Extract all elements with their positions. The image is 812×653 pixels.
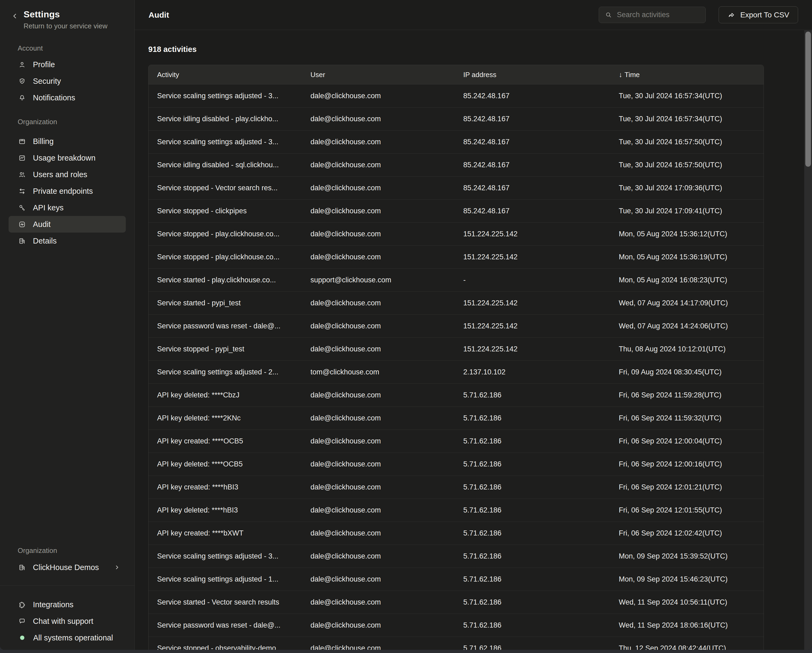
user-cell: dale@clickhouse.com — [310, 345, 463, 353]
ip-cell: 5.71.62.186 — [463, 506, 619, 514]
export-to-csv-button[interactable]: Export To CSV — [719, 6, 798, 23]
time-cell: Tue, 30 Jul 2024 17:09:36(UTC) — [619, 184, 763, 192]
sidebar-item-notifications[interactable]: Notifications — [9, 89, 126, 106]
ip-cell: 85.242.48.167 — [463, 92, 619, 100]
search-box[interactable] — [599, 7, 706, 23]
sidebar-item-billing[interactable]: Billing — [9, 133, 126, 150]
time-cell: Tue, 30 Jul 2024 16:57:34(UTC) — [619, 115, 763, 123]
sidebar-item-api-keys[interactable]: API keys — [9, 199, 126, 216]
table-row: Service started - pypi_testdale@clickhou… — [148, 291, 763, 314]
table-row: API key created: ****bXWTdale@clickhouse… — [148, 522, 763, 545]
user-cell: dale@clickhouse.com — [310, 414, 463, 422]
user-cell: dale@clickhouse.com — [310, 253, 463, 261]
ip-cell: 5.71.62.186 — [463, 391, 619, 399]
ip-cell: 85.242.48.167 — [463, 161, 619, 169]
user-cell: dale@clickhouse.com — [310, 552, 463, 560]
time-cell: Tue, 30 Jul 2024 16:57:50(UTC) — [619, 138, 763, 146]
time-cell: Tue, 30 Jul 2024 16:57:50(UTC) — [619, 161, 763, 169]
ip-cell: 85.242.48.167 — [463, 184, 619, 192]
search-input[interactable] — [617, 11, 700, 19]
ip-cell: 5.71.62.186 — [463, 598, 619, 606]
time-cell: Fri, 06 Sep 2024 12:01:21(UTC) — [619, 483, 763, 491]
sidebar-item-label: Users and roles — [33, 170, 87, 179]
activity-cell: Service scaling settings adjusted - 3... — [148, 138, 310, 146]
activity-cell: Service idling disabled - sql.clickhou..… — [148, 161, 310, 169]
column-header-time[interactable]: ↓ Time — [619, 71, 763, 79]
time-cell: Wed, 07 Aug 2024 14:17:09(UTC) — [619, 299, 763, 307]
puzzle-icon — [18, 601, 26, 609]
sidebar-item-users-and-roles[interactable]: Users and roles — [9, 166, 126, 183]
sidebar-item-label: Private endpoints — [33, 187, 93, 195]
column-header-ip[interactable]: IP address — [463, 71, 619, 79]
chevron-left-icon — [11, 12, 24, 20]
table-row: Service scaling settings adjusted - 2...… — [148, 360, 763, 383]
user-cell: tom@clickhouse.com — [310, 368, 463, 376]
time-cell: Mon, 09 Sep 2024 15:39:52(UTC) — [619, 552, 763, 560]
time-cell: Fri, 06 Sep 2024 12:01:55(UTC) — [619, 506, 763, 514]
ip-cell: 5.71.62.186 — [463, 552, 619, 560]
time-cell: Wed, 11 Sep 2024 10:56:11(UTC) — [619, 598, 763, 606]
ip-cell: 151.224.225.142 — [463, 299, 619, 307]
system-status-link[interactable]: All systems operational — [9, 629, 126, 646]
sidebar-item-private-endpoints[interactable]: Private endpoints — [9, 183, 126, 199]
sidebar-item-audit[interactable]: Audit — [9, 216, 126, 233]
activity-cell: Service stopped - pypi_test — [148, 345, 310, 353]
sidebar-header: Settings Return to your service view — [0, 0, 134, 30]
sidebar-item-security[interactable]: Security — [9, 73, 126, 89]
audit-table: Activity User IP address ↓ Time Service … — [148, 65, 764, 650]
audit-content: 918 activities Activity User IP address … — [134, 45, 812, 650]
column-header-activity[interactable]: Activity — [148, 71, 310, 79]
activity-cell: Service scaling settings adjusted - 1... — [148, 575, 310, 583]
user-cell: dale@clickhouse.com — [310, 483, 463, 491]
organization-switcher[interactable]: ClickHouse Demos — [9, 559, 126, 576]
table-row: Service password was reset - dale@...dal… — [148, 614, 763, 637]
ip-cell: 5.71.62.186 — [463, 575, 619, 583]
activity-cell: Service stopped - play.clickhouse.co... — [148, 230, 310, 238]
time-cell: Wed, 07 Aug 2024 14:24:06(UTC) — [619, 322, 763, 330]
sort-descending-icon: ↓ — [619, 71, 623, 79]
chat-with-support-link[interactable]: Chat with support — [9, 613, 126, 629]
sidebar-item-label: API keys — [33, 203, 63, 212]
ip-cell: 85.242.48.167 — [463, 115, 619, 123]
scrollbar-thumb[interactable] — [805, 32, 811, 167]
table-row: Service scaling settings adjusted - 3...… — [148, 84, 763, 107]
activity-cell: API key created: ****hBI3 — [148, 483, 310, 491]
table-row: Service stopped - Vector search res...da… — [148, 176, 763, 199]
activity-cell: Service idling disabled - play.clickho..… — [148, 115, 310, 123]
arrows-swap-icon — [18, 187, 26, 195]
table-row: Service stopped - play.clickhouse.co...d… — [148, 223, 763, 246]
back-button[interactable] — [11, 9, 24, 30]
ip-cell: 5.71.62.186 — [463, 437, 619, 446]
time-cell: Mon, 05 Aug 2024 15:36:12(UTC) — [619, 230, 763, 238]
ip-cell: 5.71.62.186 — [463, 529, 619, 537]
activity-cell: Service started - Vector search results — [148, 598, 310, 606]
sidebar-item-usage-breakdown[interactable]: Usage breakdown — [9, 150, 126, 166]
time-cell: Mon, 05 Aug 2024 15:36:19(UTC) — [619, 253, 763, 261]
key-icon — [18, 204, 26, 212]
user-cell: dale@clickhouse.com — [310, 460, 463, 468]
search-icon — [605, 11, 612, 18]
return-subtitle[interactable]: Return to your service view — [24, 22, 108, 30]
audit-main: Audit Export To CSV 918 activities Activ… — [134, 0, 812, 650]
chat-with-support-label: Chat with support — [33, 617, 93, 626]
vertical-scrollbar[interactable] — [804, 30, 812, 650]
ip-cell: 5.71.62.186 — [463, 621, 619, 629]
ip-cell: 5.71.62.186 — [463, 644, 619, 650]
time-cell: Fri, 06 Sep 2024 12:02:42(UTC) — [619, 529, 763, 537]
user-cell: dale@clickhouse.com — [310, 575, 463, 583]
activity-cell: API key deleted: ****hBI3 — [148, 506, 310, 514]
table-row: Service scaling settings adjusted - 1...… — [148, 568, 763, 590]
table-row: API key deleted: ****2KNcdale@clickhouse… — [148, 406, 763, 430]
table-row: Service idling disabled - sql.clickhou..… — [148, 153, 763, 176]
building-icon — [18, 237, 26, 245]
activity-cell: API key created: ****OCB5 — [148, 437, 310, 446]
sidebar-item-label: Usage breakdown — [33, 154, 96, 162]
sidebar-item-details[interactable]: Details — [9, 233, 126, 249]
activity-cell: Service stopped - clickpipes — [148, 207, 310, 215]
user-cell: dale@clickhouse.com — [310, 391, 463, 399]
column-header-user[interactable]: User — [310, 71, 463, 79]
ip-cell: 151.224.225.142 — [463, 345, 619, 353]
sidebar-item-profile[interactable]: Profile — [9, 56, 126, 73]
system-status-label: All systems operational — [33, 633, 113, 642]
integrations-link[interactable]: Integrations — [9, 596, 126, 613]
